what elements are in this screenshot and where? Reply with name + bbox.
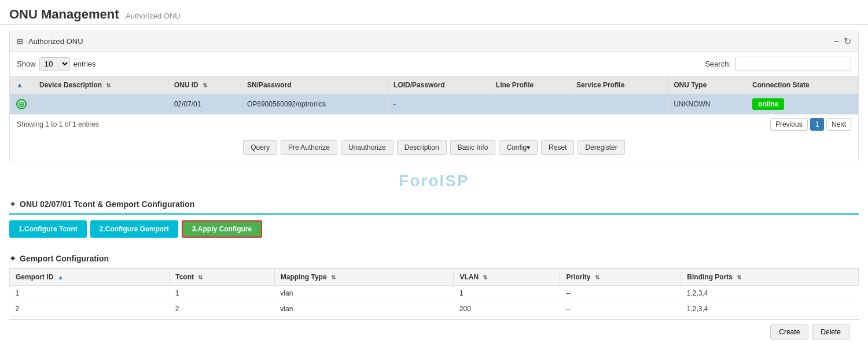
row-onu-id: 02/07/01 [168, 94, 241, 115]
gemport-table: Gemport ID ▲ Tcont ⇅ Mapping Type ⇅ VLAN… [9, 268, 859, 317]
grow-gemport-id: 2 [10, 301, 170, 317]
grow-vlan: 200 [454, 301, 560, 317]
table-row[interactable]: ⊕ 02/07/01 OP6900560092/optronics - UNKN… [10, 94, 858, 115]
basic-info-button[interactable]: Basic Info [450, 140, 496, 155]
gcol-binding-ports: Binding Ports ⇅ [681, 269, 859, 286]
tab-buttons: 1.Configure Tcont 2.Configure Gemport 3.… [9, 215, 859, 243]
row-onu-type: UNKNOWN [668, 94, 746, 115]
row-device-description [34, 94, 168, 115]
pre-authorize-button[interactable]: Pre Authorize [281, 140, 337, 155]
pagination: Previous 1 Next [770, 118, 851, 131]
authorized-onu-panel: ⊞ Authorized ONU − ↻ Show 10 25 50 100 e… [9, 31, 859, 161]
row-connection-state: online [746, 94, 858, 115]
col-sn-password: SN/Password [241, 76, 387, 94]
sort-asc-icon: ▲ [58, 274, 64, 281]
search-input[interactable] [735, 57, 851, 71]
watermark: ForoISP [0, 167, 868, 195]
onu-config-title: ONU 02/07/01 Tcont & Gemport Configurati… [20, 200, 194, 209]
previous-button[interactable]: Previous [770, 118, 808, 131]
grid-icon: ⊞ [17, 37, 23, 46]
config-button[interactable]: Config▾ [499, 140, 538, 155]
gemport-header: ✦ Gemport Configuration [9, 249, 859, 268]
row-sn-password: OP6900560092/optronics [241, 94, 387, 115]
search-label: Search: [705, 60, 731, 68]
show-entries: Show 10 25 50 100 entries [17, 57, 96, 71]
pagination-area: Showing 1 to 1 of 1 entries Previous 1 N… [10, 115, 858, 134]
query-button[interactable]: Query [243, 140, 277, 155]
sort-icon: ⇅ [198, 274, 203, 281]
sort-icon: ⇅ [203, 82, 207, 88]
col-loid-password: LOID/Password [388, 76, 490, 94]
panel-controls: − ↻ [834, 36, 851, 47]
gemport-puzzle-icon: ✦ [9, 254, 16, 263]
entries-label: entries [73, 60, 96, 68]
gcol-mapping-type: Mapping Type ⇅ [274, 269, 454, 286]
gcol-gemport-id: Gemport ID ▲ [10, 269, 170, 286]
description-button[interactable]: Description [397, 140, 447, 155]
col-connection-state: Connection State [746, 76, 858, 94]
grow-gemport-id: 1 [10, 286, 170, 301]
row-add-icon[interactable]: ⊕ [10, 94, 34, 115]
grow-binding-ports: 1,2,3,4 [681, 286, 859, 301]
entries-select[interactable]: 10 25 50 100 [39, 57, 70, 71]
grow-vlan: 1 [454, 286, 560, 301]
sort-icon: ⇅ [331, 274, 336, 281]
sort-icon: ⇅ [595, 274, 599, 281]
gemport-header-row: Gemport ID ▲ Tcont ⇅ Mapping Type ⇅ VLAN… [10, 269, 859, 286]
status-badge: online [752, 98, 784, 110]
col-line-profile: Line Profile [490, 76, 570, 94]
table-header-row: ▲ Device Description ⇅ ONU ID ⇅ SN/Passw… [10, 76, 858, 94]
gemport-table-row[interactable]: 2 2 vlan 200 -- 1,2,3,4 [10, 301, 859, 317]
onu-config-header: ✦ ONU 02/07/01 Tcont & Gemport Configura… [9, 195, 859, 215]
gemport-title: Gemport Configuration [20, 254, 109, 263]
grow-mapping-type: vlan [274, 301, 454, 317]
onu-table: ▲ Device Description ⇅ ONU ID ⇅ SN/Passw… [10, 76, 858, 115]
panel-title: ⊞ Authorized ONU [17, 37, 83, 46]
minimize-button[interactable]: − [834, 36, 839, 47]
col-onu-type: ONU Type [668, 76, 746, 94]
gcol-priority: Priority ⇅ [560, 269, 681, 286]
grow-binding-ports: 1,2,3,4 [681, 301, 859, 317]
sort-icon: ⇅ [106, 82, 111, 88]
configure-gemport-tab[interactable]: 2.Configure Gemport [90, 220, 178, 238]
row-line-profile [490, 94, 570, 115]
panel-header: ⊞ Authorized ONU − ↻ [10, 31, 858, 52]
show-label: Show [17, 60, 36, 68]
puzzle-icon: ✦ [9, 200, 16, 209]
add-circle-icon[interactable]: ⊕ [16, 99, 27, 109]
grow-tcont: 2 [170, 301, 275, 317]
unauthorize-button[interactable]: Unauthorize [341, 140, 393, 155]
col-service-profile: Service Profile [570, 76, 667, 94]
action-buttons-area: Query Pre Authorize Unauthorize Descript… [10, 134, 858, 161]
configure-tcont-tab[interactable]: 1.Configure Tcont [9, 220, 87, 238]
search-box: Search: [705, 57, 851, 71]
onu-config-section: ✦ ONU 02/07/01 Tcont & Gemport Configura… [9, 195, 859, 243]
row-loid-password: - [388, 94, 490, 115]
create-button[interactable]: Create [770, 324, 808, 339]
apply-configure-tab[interactable]: 3.Apply Configure [182, 220, 262, 238]
showing-entries: Showing 1 to 1 of 1 entries [17, 120, 99, 128]
reset-button[interactable]: Reset [541, 140, 574, 155]
sort-icon: ⇅ [483, 274, 487, 281]
table-controls: Show 10 25 50 100 entries Search: [10, 52, 858, 76]
grow-tcont: 1 [170, 286, 275, 301]
deregister-button[interactable]: Deregister [578, 140, 624, 155]
col-action: ▲ [10, 76, 34, 94]
bottom-buttons: Create Delete [9, 319, 859, 344]
grow-mapping-type: vlan [274, 286, 454, 301]
row-service-profile [570, 94, 667, 115]
page-header: ONU Management Authorized ONU [0, 0, 868, 25]
col-device-description: Device Description ⇅ [34, 76, 168, 94]
gcol-vlan: VLAN ⇅ [454, 269, 560, 286]
col-onu-id: ONU ID ⇅ [168, 76, 241, 94]
page-title: ONU Management [9, 7, 119, 21]
gcol-tcont: Tcont ⇅ [170, 269, 275, 286]
page-1-button[interactable]: 1 [810, 118, 825, 131]
grow-priority: -- [560, 286, 681, 301]
refresh-button[interactable]: ↻ [844, 36, 851, 47]
gemport-section: ✦ Gemport Configuration Gemport ID ▲ Tco… [9, 249, 859, 344]
gemport-table-row[interactable]: 1 1 vlan 1 -- 1,2,3,4 [10, 286, 859, 301]
delete-button[interactable]: Delete [812, 324, 849, 339]
next-button[interactable]: Next [826, 118, 851, 131]
sort-icon: ⇅ [737, 274, 741, 281]
